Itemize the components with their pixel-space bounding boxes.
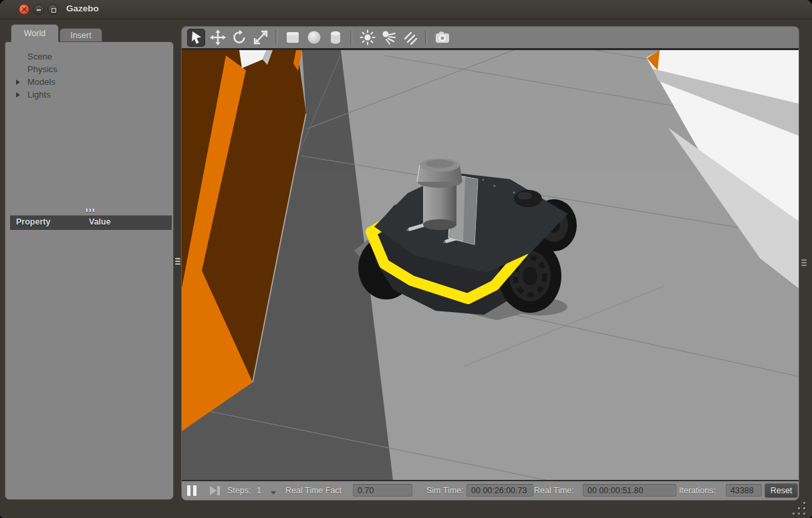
expand-arrow-icon[interactable]: [16, 92, 20, 98]
panel-splitter-handle[interactable]: [175, 257, 181, 267]
world-tree-panel: Scene Physics Models Lights Property Val…: [5, 41, 174, 500]
right-splitter-handle[interactable]: [801, 258, 807, 269]
toolbar-separator: [275, 30, 277, 45]
reset-button[interactable]: Reset: [765, 483, 798, 498]
step-icon: [210, 486, 217, 495]
directional-light-icon: [402, 29, 418, 45]
tree-item-scene[interactable]: Scene: [5, 50, 173, 63]
iterations-field[interactable]: 43388: [726, 484, 762, 497]
gazebo-window: ✕ Gazebo World Insert Scene Physics Mode…: [0, 0, 812, 518]
lidar-cylinder: [423, 182, 456, 225]
toolbar-separator: [350, 30, 352, 45]
insert-cylinder-button[interactable]: [326, 29, 344, 47]
render-3d-scene[interactable]: [182, 50, 799, 480]
select-tool-button[interactable]: [187, 29, 205, 47]
scale-tool-button[interactable]: [251, 29, 269, 47]
pause-button[interactable]: [187, 485, 202, 497]
window-title: Gazebo: [66, 3, 99, 13]
titlebar: ✕ Gazebo: [0, 0, 812, 19]
value-column-header[interactable]: Value: [89, 217, 111, 227]
cylinder-icon: [327, 29, 344, 46]
tab-insert[interactable]: Insert: [59, 28, 102, 42]
toolbar-separator: [425, 30, 427, 45]
box-icon: [284, 29, 301, 46]
iterations-label: Iterations:: [679, 486, 716, 495]
scale-icon: [253, 29, 269, 45]
splitter-grip-icon[interactable]: [86, 209, 98, 213]
minimize-button[interactable]: [33, 4, 44, 15]
step-button[interactable]: [210, 486, 223, 496]
property-table-header: Property Value: [10, 215, 172, 230]
steps-dropdown-icon[interactable]: [271, 491, 276, 495]
translate-icon: [210, 29, 226, 45]
sphere-icon: [305, 29, 323, 46]
screenshot-button[interactable]: [433, 29, 451, 47]
sim-time-label: Sim Time:: [426, 486, 464, 495]
sim-time-field[interactable]: 00 00:26:00.73: [466, 484, 533, 497]
property-column-header[interactable]: Property: [16, 217, 50, 227]
insert-sphere-button[interactable]: [305, 29, 323, 47]
real-time-field[interactable]: 00 00:00:51.80: [583, 484, 676, 497]
cursor-arrow-icon: [188, 29, 205, 45]
rotate-tool-button[interactable]: [230, 29, 248, 47]
resize-grip[interactable]: [792, 502, 807, 515]
directional-light-button[interactable]: [401, 29, 419, 47]
spot-light-button[interactable]: [380, 29, 398, 47]
tab-world[interactable]: World: [11, 24, 59, 42]
insert-box-button[interactable]: [283, 29, 301, 47]
real-time-label: Real Time:: [534, 486, 574, 495]
expand-arrow-icon[interactable]: [16, 80, 20, 85]
point-light-button[interactable]: [358, 29, 376, 47]
steps-label: Steps:: [227, 486, 251, 495]
world-tree: Scene Physics Models Lights: [5, 50, 173, 101]
spot-light-icon: [381, 29, 397, 45]
camera-icon: [434, 29, 451, 46]
steps-value[interactable]: 1: [257, 486, 261, 495]
translate-tool-button[interactable]: [209, 29, 227, 47]
tree-item-models[interactable]: Models: [5, 76, 173, 88]
point-light-icon: [360, 29, 376, 45]
left-panel: World Insert Scene Physics Models Lights…: [5, 24, 174, 500]
rotate-icon: [231, 29, 247, 45]
maximize-button[interactable]: [47, 4, 58, 15]
tree-item-lights[interactable]: Lights: [5, 88, 173, 101]
render-viewport-frame: Steps: 1 Real Time Fact 0.70 Sim Time: 0…: [182, 27, 799, 500]
tree-item-physics[interactable]: Physics: [5, 63, 173, 76]
rtf-label: Real Time Fact: [285, 486, 342, 495]
view-toolbar: [182, 27, 799, 48]
simulation-statusbar: Steps: 1 Real Time Fact 0.70 Sim Time: 0…: [182, 480, 799, 500]
close-button[interactable]: ✕: [19, 4, 29, 15]
rtf-field[interactable]: 0.70: [353, 484, 412, 497]
